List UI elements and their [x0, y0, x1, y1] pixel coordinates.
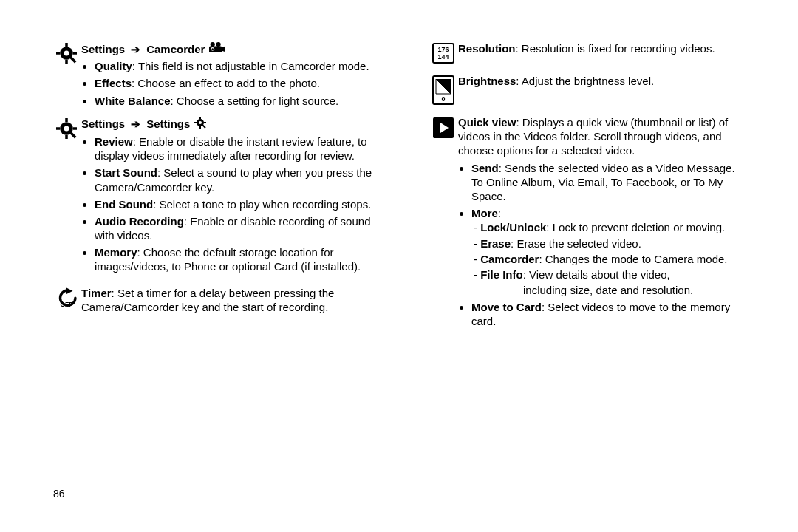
resolution-text: Resolution: Resolution is fixed for reco… [458, 42, 715, 55]
resolution-icon: 176 144 [429, 41, 458, 64]
svg-rect-17 [56, 127, 60, 130]
svg-rect-4 [56, 52, 60, 55]
list-item: White Balance: Choose a setting for ligh… [95, 94, 377, 108]
list-item: Send: Sends the selected video as a Vide… [471, 161, 746, 204]
svg-rect-15 [65, 118, 68, 122]
section-settings-camcorder: Settings ➔ Camcorder Quality: [52, 41, 377, 114]
svg-rect-23 [200, 126, 201, 129]
list-item: Camcorder: Changes the mode to Camera mo… [474, 252, 746, 266]
list-item: Review: Enable or disable the instant re… [95, 134, 377, 163]
svg-marker-12 [222, 46, 226, 52]
brightness-text: Brightness: Adjust the brightness level. [458, 75, 654, 87]
list-item: Lock/Unlock: Lock to prevent deletion or… [474, 220, 746, 234]
section-resolution: 176 144 Resolution: Resolution is fixed … [429, 41, 746, 64]
section-timer: OFF Timer: Set a timer for a delay betwe… [52, 286, 377, 314]
heading-text: Settings [146, 117, 190, 131]
section-settings-settings: Settings ➔ Settings Review: Enable or di… [52, 117, 377, 280]
svg-rect-18 [73, 127, 77, 130]
heading-settings: Settings ➔ Settings [81, 117, 377, 132]
list-item: Memory: Choose the default storage locat… [95, 245, 377, 273]
more-sublist: Lock/Unlock: Lock to prevent deletion or… [471, 220, 746, 282]
file-info-continuation: including size, date and resolution. [471, 283, 746, 297]
svg-point-21 [199, 121, 202, 124]
svg-text:0: 0 [441, 95, 445, 103]
bullet-list: Review: Enable or disable the instant re… [81, 134, 377, 274]
svg-text:144: 144 [437, 53, 449, 61]
svg-point-1 [64, 51, 69, 56]
svg-text:176: 176 [437, 46, 449, 53]
list-item: Start Sound: Select a sound to play when… [95, 166, 377, 194]
svg-rect-3 [65, 60, 68, 64]
svg-point-8 [216, 42, 221, 47]
gear-icon [52, 41, 81, 64]
bullet-list: Quality: This field is not adjustable in… [81, 59, 377, 108]
arrow-icon: ➔ [129, 117, 142, 131]
svg-rect-2 [65, 43, 68, 47]
svg-marker-27 [66, 287, 73, 294]
list-item: End Sound: Select a tone to play when re… [95, 197, 377, 211]
svg-text:OFF: OFF [61, 301, 73, 308]
svg-line-19 [70, 132, 75, 137]
svg-rect-22 [200, 117, 201, 119]
bullet-list: Send: Sends the selected video as a Vide… [458, 161, 746, 329]
brightness-icon: 0 [429, 74, 458, 105]
list-item: Effects: Choose an effect to add to the … [95, 76, 377, 90]
timer-text: Timer: Set a timer for a delay between p… [81, 287, 334, 313]
play-icon [429, 115, 458, 139]
svg-rect-25 [204, 122, 206, 123]
list-item: File Info: View details about the video, [474, 267, 746, 282]
section-brightness: 0 Brightness: Adjust the brightness leve… [429, 74, 746, 105]
svg-point-14 [64, 126, 69, 131]
svg-rect-5 [73, 52, 77, 55]
svg-line-6 [70, 57, 75, 62]
arrow-icon: ➔ [129, 42, 142, 56]
heading-text: Settings [81, 117, 125, 131]
right-column: 176 144 Resolution: Resolution is fixed … [399, 41, 746, 525]
list-item: Move to Card: Select videos to move to t… [471, 300, 746, 328]
list-item: Erase: Erase the selected video. [474, 236, 746, 250]
heading-camcorder: Settings ➔ Camcorder [81, 41, 377, 56]
section-quickview: Quick view: Displays a quick view (thumb… [429, 115, 746, 335]
heading-text: Camcorder [146, 42, 205, 56]
gear-small-icon [194, 117, 206, 132]
svg-point-7 [211, 42, 215, 47]
left-column: Settings ➔ Camcorder Quality: [52, 41, 399, 525]
svg-rect-24 [194, 122, 197, 123]
list-item: Quality: This field is not adjustable in… [95, 59, 377, 73]
manual-page: Settings ➔ Camcorder Quality: [0, 0, 798, 532]
camcorder-icon [209, 41, 225, 56]
quickview-text: Quick view: Displays a quick view (thumb… [458, 115, 746, 158]
list-item: Audio Recording: Enable or disable recor… [95, 214, 377, 242]
svg-line-26 [202, 125, 205, 128]
list-item: More: Lock/Unlock: Lock to prevent delet… [471, 206, 746, 297]
svg-rect-16 [65, 135, 68, 139]
page-number: 86 [53, 488, 65, 501]
timer-off-icon: OFF [52, 286, 81, 310]
heading-text: Settings [81, 42, 125, 56]
gear-icon [52, 117, 81, 139]
svg-point-11 [212, 48, 214, 50]
